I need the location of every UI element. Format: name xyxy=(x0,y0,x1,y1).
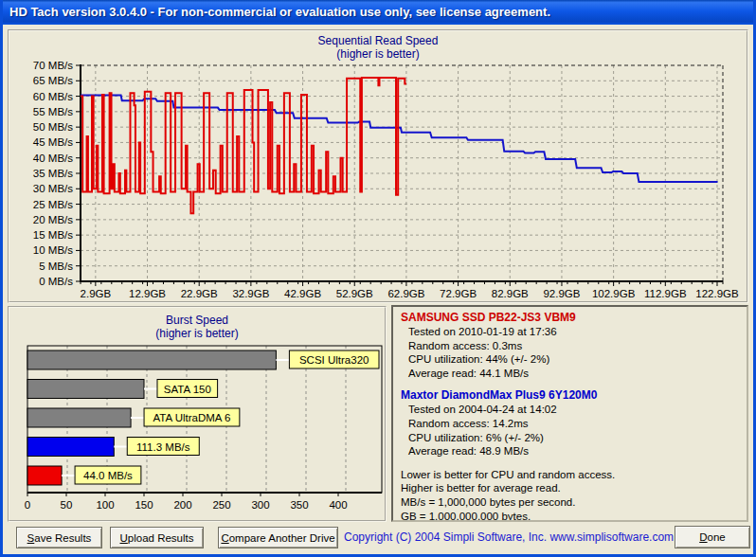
note-higher-better: Higher is better for average read. xyxy=(401,481,741,495)
burst-chart-title: Burst Speed xyxy=(9,314,385,327)
burst-bar-label: SCSI Ultra320 xyxy=(299,354,369,366)
burst-bar-1 xyxy=(27,380,144,399)
burst-bar-0 xyxy=(27,350,276,369)
y-axis-tick-label: 70 MB/s xyxy=(33,60,73,71)
note-lower-better: Lower is better for CPU and random acces… xyxy=(401,468,741,482)
axes: 050100150200250300350400 xyxy=(25,493,382,511)
x-axis-tick-label: 32.9GB xyxy=(232,288,269,299)
drive-info-hdd: Maxtor DiamondMax Plus9 6Y120M0 Tested o… xyxy=(401,388,741,458)
hd-tach-window: HD Tach version 3.0.4.0 - For non-commer… xyxy=(0,0,756,557)
drive-cpu-utilization: CPU utilization: 6% (+/- 2%) xyxy=(401,431,741,445)
y-axis-tick-label: 45 MB/s xyxy=(33,136,73,148)
drive-random-access: Random access: 14.2ms xyxy=(401,417,741,431)
note-gb-definition: GB = 1,000,000,000 bytes. xyxy=(401,510,741,522)
y-axis-tick-label: 0 MB/s xyxy=(39,276,73,287)
y-axis-tick-label: 55 MB/s xyxy=(33,106,73,117)
note-mbs-definition: MB/s = 1,000,000 bytes per second. xyxy=(401,495,741,510)
x-axis-tick-label: 92.9GB xyxy=(543,288,580,299)
burst-bar-label: ATA UltraDMA 6 xyxy=(153,412,230,423)
sequential-chart-title: Sequential Read Speed xyxy=(9,34,747,47)
x-axis-tick-label: 42.9GB xyxy=(284,288,321,299)
burst-x-tick-label: 250 xyxy=(212,499,230,511)
x-axis-tick-label: 72.9GB xyxy=(440,288,477,299)
done-label: Done xyxy=(675,531,749,543)
y-axis-tick-label: 10 MB/s xyxy=(33,244,73,256)
drive-name-ssd: SAMSUNG SSD PB22-JS3 VBM9 xyxy=(401,311,741,325)
ssd-sequential-read-line xyxy=(81,78,406,213)
upload-results-label: Upload Results xyxy=(111,532,203,544)
compare-another-drive-label: Compare Another Drive xyxy=(219,532,337,544)
sequential-read-panel: 70 MB/s65 MB/s60 MB/s55 MB/s50 MB/s45 MB… xyxy=(8,29,748,303)
burst-bar-2 xyxy=(27,408,131,427)
y-axis-tick-label: 40 MB/s xyxy=(33,153,73,164)
x-axis-tick-label: 122.9GB xyxy=(695,288,739,299)
burst-bar-label: SATA 150 xyxy=(164,384,211,395)
burst-speed-panel: 050100150200250300350400SCSI Ultra320SAT… xyxy=(8,306,387,522)
y-axis-tick-label: 65 MB/s xyxy=(33,75,73,86)
x-axis-tick-label: 2.9GB xyxy=(81,288,112,299)
y-axis-tick-label: 5 MB/s xyxy=(39,261,73,272)
y-axis-tick-label: 35 MB/s xyxy=(33,168,73,179)
title-bar[interactable]: HD Tach version 3.0.4.0 - For non-commer… xyxy=(3,0,753,25)
burst-x-tick-label: 50 xyxy=(61,499,73,511)
y-axis-tick-label: 60 MB/s xyxy=(33,91,73,102)
x-axis-tick-label: 52.9GB xyxy=(336,288,373,299)
sequential-read-chart: 70 MB/s65 MB/s60 MB/s55 MB/s50 MB/s45 MB… xyxy=(9,31,747,301)
burst-bar-label: 44.0 MB/s xyxy=(83,470,133,481)
window-title: HD Tach version 3.0.4.0 - For non-commer… xyxy=(9,5,550,19)
x-axis-tick-label: 102.9GB xyxy=(592,288,636,299)
burst-x-tick-label: 100 xyxy=(96,499,114,511)
drive-average-read: Average read: 44.1 MB/s xyxy=(401,367,741,381)
y-axis-tick-label: 15 MB/s xyxy=(33,229,73,241)
y-axis-tick-label: 30 MB/s xyxy=(33,183,73,194)
y-axis-tick-label: 20 MB/s xyxy=(33,214,73,225)
x-axis-tick-label: 82.9GB xyxy=(492,288,529,299)
save-results-label: Save Results xyxy=(17,532,101,544)
copyright-text: Copyright (C) 2004 Simpli Software, Inc.… xyxy=(344,527,671,548)
burst-bar-3 xyxy=(27,438,114,457)
burst-x-tick-label: 150 xyxy=(135,499,153,511)
drive-tested-on: Tested on 2004-04-24 at 14:02 xyxy=(401,403,741,417)
drive-name-hdd: Maxtor DiamondMax Plus9 6Y120M0 xyxy=(401,388,741,403)
client-area: 70 MB/s65 MB/s60 MB/s55 MB/s50 MB/s45 MB… xyxy=(3,25,753,551)
upload-results-button[interactable]: Upload Results xyxy=(110,527,204,548)
y-axis-tick-label: 50 MB/s xyxy=(33,121,73,133)
save-results-button[interactable]: Save Results xyxy=(16,527,102,548)
burst-x-tick-label: 300 xyxy=(251,499,269,511)
burst-chart-subtitle: (higher is better) xyxy=(9,327,385,340)
x-axis-tick-label: 112.9GB xyxy=(644,288,687,299)
drive-cpu-utilization: CPU utilization: 44% (+/- 2%) xyxy=(401,352,741,367)
drive-random-access: Random access: 0.3ms xyxy=(401,339,741,353)
y-axis-tick-label: 25 MB/s xyxy=(33,199,73,210)
x-axis-tick-label: 62.9GB xyxy=(387,288,424,299)
x-axis-tick-label: 12.9GB xyxy=(129,288,166,299)
drive-info-ssd: SAMSUNG SSD PB22-JS3 VBM9 Tested on 2010… xyxy=(401,311,741,380)
burst-x-tick-label: 400 xyxy=(329,499,347,511)
legend-notes: Lower is better for CPU and random acces… xyxy=(401,468,741,522)
drive-info-panel: SAMSUNG SSD PB22-JS3 VBM9 Tested on 2010… xyxy=(391,305,748,522)
drive-tested-on: Tested on 2010-01-19 at 17:36 xyxy=(401,325,741,339)
compare-another-drive-button[interactable]: Compare Another Drive xyxy=(218,527,338,548)
burst-x-tick-label: 350 xyxy=(290,499,308,511)
burst-x-tick-label: 0 xyxy=(25,499,30,511)
drive-average-read: Average read: 48.9 MB/s xyxy=(401,444,741,458)
burst-bar-label: 111.3 MB/s xyxy=(136,441,190,453)
sequential-chart-subtitle: (higher is better) xyxy=(9,47,747,61)
burst-bar-4 xyxy=(27,466,62,485)
burst-x-tick-label: 200 xyxy=(173,499,191,511)
done-button[interactable]: Done xyxy=(675,526,750,548)
x-axis-tick-label: 22.9GB xyxy=(181,288,218,299)
